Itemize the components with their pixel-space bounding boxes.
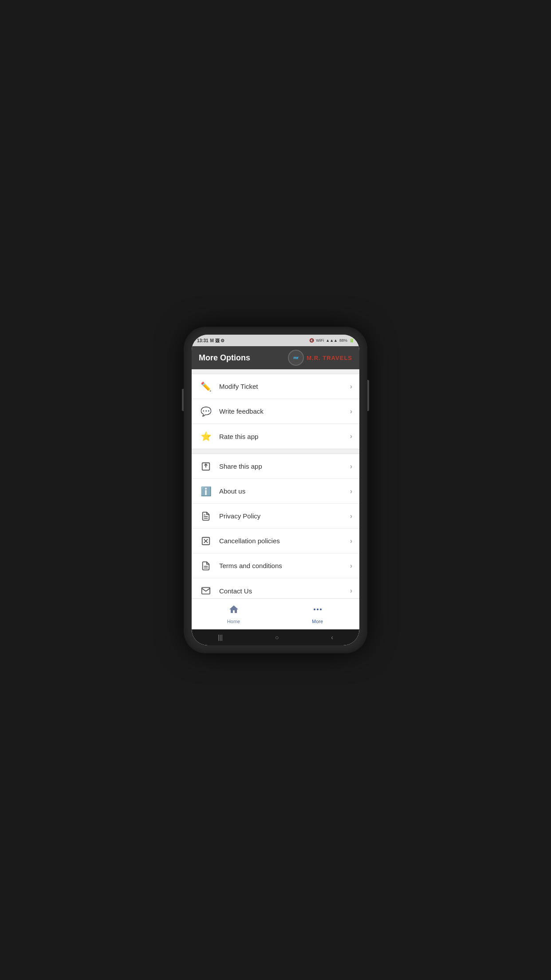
- cancel-icon: [199, 534, 213, 548]
- menu-item-rate-app[interactable]: ⭐ Rate this app ›: [192, 424, 359, 449]
- logo-circle-icon: mr: [288, 350, 304, 366]
- chevron-right-icon: ›: [350, 587, 352, 595]
- menu-item-modify-ticket[interactable]: ✏️ Modify Ticket ›: [192, 374, 359, 399]
- about-us-label: About us: [219, 487, 350, 495]
- feedback-icon: 💬: [199, 404, 213, 419]
- menu-group-1: ✏️ Modify Ticket › 💬 Write feedback › ⭐ …: [192, 374, 359, 449]
- menu-group-2: Share this app › ℹ️ About us ›: [192, 454, 359, 598]
- rate-app-label: Rate this app: [219, 433, 350, 440]
- home-nav-label: Home: [227, 619, 240, 624]
- phone-screen: 13:31 M 🖼 ⚙ 🔇 WiFi ▲▲▲ 88% 🔋 More Option…: [192, 335, 359, 645]
- svg-point-11: [314, 609, 315, 610]
- home-icon: [228, 604, 239, 617]
- phone-shell: 13:31 M 🖼 ⚙ 🔇 WiFi ▲▲▲ 88% 🔋 More Option…: [184, 327, 367, 653]
- menu-item-share-app[interactable]: Share this app ›: [192, 454, 359, 479]
- android-home-button[interactable]: ○: [275, 634, 279, 641]
- more-nav-label: More: [312, 619, 323, 624]
- terms-conditions-label: Terms and conditions: [219, 562, 350, 569]
- logo-text: M.R. TRAVELS: [307, 355, 352, 361]
- content-area: ✏️ Modify Ticket › 💬 Write feedback › ⭐ …: [192, 369, 359, 598]
- power-button: [367, 380, 369, 411]
- status-time: 13:31: [197, 338, 209, 343]
- cancellation-policies-label: Cancellation policies: [219, 537, 350, 545]
- share-icon: [199, 459, 213, 474]
- bottom-nav: Home More: [192, 598, 359, 629]
- battery-icon: 🔋: [349, 338, 354, 343]
- android-nav-bar: ||| ○ ‹: [192, 629, 359, 645]
- more-icon: [312, 604, 323, 617]
- menu-item-about-us[interactable]: ℹ️ About us ›: [192, 479, 359, 504]
- status-icons: M 🖼 ⚙: [210, 338, 225, 343]
- star-icon: ⭐: [199, 429, 213, 443]
- chevron-right-icon: ›: [350, 562, 352, 570]
- page-title: More Options: [199, 353, 250, 363]
- mute-icon: 🔇: [309, 338, 314, 343]
- chevron-right-icon: ›: [350, 383, 352, 391]
- app-header: More Options mr M.R. TRAVELS: [192, 346, 359, 369]
- menu-item-terms-conditions[interactable]: Terms and conditions ›: [192, 553, 359, 578]
- chevron-right-icon: ›: [350, 537, 352, 545]
- info-icon: ℹ️: [199, 484, 213, 498]
- privacy-policy-label: Privacy Policy: [219, 512, 350, 520]
- chevron-right-icon: ›: [350, 512, 352, 520]
- status-left: 13:31 M 🖼 ⚙: [197, 338, 224, 343]
- nav-item-more[interactable]: More: [276, 601, 359, 628]
- edit-icon: ✏️: [199, 379, 213, 394]
- logo-initials: mr: [293, 356, 299, 360]
- signal-icon: ▲▲▲: [326, 338, 338, 343]
- battery-level: 88%: [339, 338, 347, 343]
- menu-item-cancellation-policies[interactable]: Cancellation policies ›: [192, 529, 359, 553]
- svg-point-12: [317, 609, 319, 610]
- volume-button: [182, 389, 184, 411]
- share-app-label: Share this app: [219, 462, 350, 470]
- modify-ticket-label: Modify Ticket: [219, 383, 350, 390]
- privacy-icon: [199, 509, 213, 523]
- chevron-right-icon: ›: [350, 407, 352, 415]
- android-recent-button[interactable]: |||: [218, 634, 223, 641]
- svg-point-13: [320, 609, 322, 610]
- nav-item-home[interactable]: Home: [192, 601, 276, 628]
- chevron-right-icon: ›: [350, 432, 352, 440]
- contact-us-label: Contact Us: [219, 587, 350, 595]
- menu-item-contact-us[interactable]: Contact Us ›: [192, 578, 359, 598]
- menu-item-privacy-policy[interactable]: Privacy Policy ›: [192, 504, 359, 529]
- status-right: 🔇 WiFi ▲▲▲ 88% 🔋: [309, 338, 354, 343]
- write-feedback-label: Write feedback: [219, 407, 350, 415]
- mail-icon: [199, 584, 213, 598]
- chevron-right-icon: ›: [350, 487, 352, 495]
- header-logo: mr M.R. TRAVELS: [288, 350, 352, 366]
- android-back-button[interactable]: ‹: [331, 634, 333, 641]
- wifi-icon: WiFi: [316, 338, 324, 343]
- menu-item-write-feedback[interactable]: 💬 Write feedback ›: [192, 399, 359, 424]
- chevron-right-icon: ›: [350, 462, 352, 470]
- terms-icon: [199, 559, 213, 573]
- status-bar: 13:31 M 🖼 ⚙ 🔇 WiFi ▲▲▲ 88% 🔋: [192, 335, 359, 346]
